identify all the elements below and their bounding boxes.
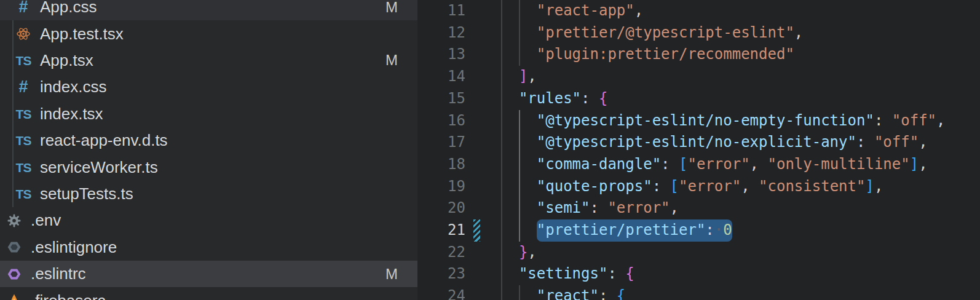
sidebar-item-react-app-env.d.ts[interactable]: TSreact-app-env.d.ts: [0, 127, 417, 154]
file-name: App.test.tsx: [40, 25, 124, 44]
file-name: .firebaserc: [31, 291, 105, 300]
file-name: setupTests.ts: [40, 184, 133, 203]
code-line-14[interactable]: ],: [501, 66, 537, 88]
file-name: .eslintignore: [31, 238, 117, 257]
sidebar-item-app.tsx[interactable]: TSApp.tsxM: [0, 47, 417, 74]
line-number: 24: [417, 285, 465, 300]
eslint-icon: [7, 240, 22, 255]
line-number: 18: [417, 154, 465, 176]
typescript-icon: TS: [16, 108, 31, 120]
gear-icon: [7, 213, 22, 228]
sidebar-item-firebaserc[interactable]: .firebaserc: [0, 287, 417, 300]
react-icon: [16, 26, 31, 41]
code-line-19[interactable]: "quote-props": ["error", "consistent"],: [501, 176, 883, 198]
sidebar-item-env[interactable]: .env: [0, 207, 417, 234]
css-icon: #: [18, 0, 28, 15]
code-line-23[interactable]: "settings": {: [501, 263, 634, 285]
line-number: 22: [417, 242, 465, 264]
css-icon: #: [18, 79, 28, 95]
line-number: 11: [417, 0, 465, 22]
typescript-icon: TS: [16, 134, 31, 147]
line-number: 12: [417, 22, 465, 44]
code-line-24[interactable]: "react": {: [501, 285, 625, 300]
modified-line-gutter-indicator: [473, 219, 480, 242]
file-name: App.tsx: [40, 51, 93, 70]
line-number: 19: [417, 176, 465, 198]
typescript-icon: TS: [16, 161, 31, 174]
sidebar-item-index.css[interactable]: #index.css: [0, 74, 417, 100]
sidebar-item-eslintignore[interactable]: .eslintignore: [0, 234, 417, 261]
line-number: 13: [417, 44, 465, 66]
typescript-icon: TS: [16, 188, 31, 200]
line-number: 16: [417, 110, 465, 132]
line-number: 17: [417, 132, 465, 154]
sidebar-item-app.test.tsx[interactable]: App.test.tsx: [0, 20, 417, 47]
line-number: 14: [417, 66, 465, 88]
vscode-window: #App.cssMApp.test.tsxTSApp.tsxM#index.cs…: [0, 0, 980, 300]
modified-badge: M: [385, 52, 398, 69]
sidebar-item-eslintrc[interactable]: .eslintrcM: [0, 261, 417, 287]
code-line-11[interactable]: "react-app",: [501, 0, 643, 22]
code-line-12[interactable]: "prettier/@typescript-eslint",: [501, 22, 803, 44]
file-name: serviceWorker.ts: [40, 158, 158, 177]
code-line-17[interactable]: "@typescript-eslint/no-explicit-any": "o…: [501, 132, 928, 154]
file-name: .eslintrc: [31, 264, 86, 283]
sidebar-item-setuptests.ts[interactable]: TSsetupTests.ts: [0, 181, 417, 207]
line-number: 15: [417, 88, 465, 110]
modified-badge: M: [385, 0, 398, 16]
typescript-icon: TS: [16, 54, 31, 67]
sidebar-item-serviceworker.ts[interactable]: TSserviceWorker.ts: [0, 154, 417, 180]
file-name: react-app-env.d.ts: [40, 131, 168, 150]
line-number: 20: [417, 197, 465, 219]
code-line-15[interactable]: "rules": {: [501, 88, 607, 110]
code-line-13[interactable]: "plugin:prettier/recommended": [501, 44, 794, 66]
eslint-icon: [7, 267, 22, 282]
file-name: index.css: [40, 77, 106, 97]
code-line-21[interactable]: "prettier/prettier":·0: [501, 219, 732, 242]
file-name: index.tsx: [40, 105, 103, 124]
code-editor[interactable]: 1112131415161718192021222324 "react-app"…: [417, 0, 980, 300]
firebase-icon: [7, 293, 22, 300]
code-line-22[interactable]: },: [501, 242, 537, 264]
code-line-18[interactable]: "comma-dangle": ["error", "only-multilin…: [501, 154, 928, 176]
sidebar-item-index.tsx[interactable]: TSindex.tsx: [0, 101, 417, 127]
file-name: App.css: [40, 0, 97, 17]
explorer-sidebar: #App.cssMApp.test.tsxTSApp.tsxM#index.cs…: [0, 0, 417, 300]
code-line-20[interactable]: "semi": "error",: [501, 197, 679, 219]
file-name: .env: [31, 211, 61, 230]
sidebar-item-app.css[interactable]: #App.cssM: [0, 0, 417, 20]
line-number: 23: [417, 263, 465, 285]
code-line-16[interactable]: "@typescript-eslint/no-empty-function": …: [501, 110, 945, 132]
modified-badge: M: [385, 266, 398, 283]
line-number: 21: [417, 219, 465, 242]
